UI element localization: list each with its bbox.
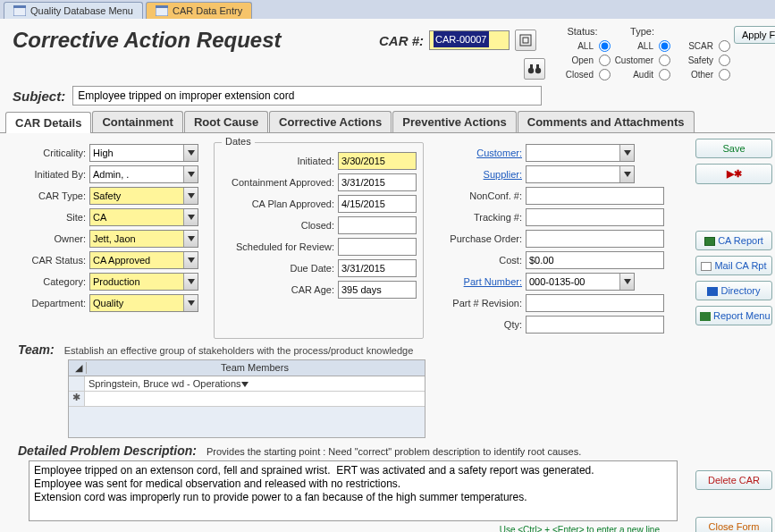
customer-link[interactable]: Customer: [434, 148, 522, 158]
initiated-date-input[interactable] [338, 152, 417, 170]
part-number-link[interactable]: Part Number: [434, 276, 522, 287]
car-number-field[interactable]: CAR-00007 [429, 30, 510, 50]
svg-rect-8 [530, 64, 533, 69]
type-audit-radio[interactable] [659, 69, 670, 80]
status-open-radio[interactable] [599, 55, 611, 66]
tab-car-data-entry[interactable]: CAR Data Entry [146, 2, 252, 19]
ca-report-button[interactable]: CA Report [695, 231, 772, 250]
problem-description-textarea[interactable] [29, 460, 678, 521]
department-select[interactable] [89, 294, 198, 312]
chevron-down-icon[interactable] [183, 209, 198, 225]
qty-input[interactable] [526, 316, 664, 334]
action-sidebar: Save ▶✱ CA Report Mail CA Rpt Directory … [695, 139, 772, 532]
tab-preventive-actions[interactable]: Preventive Actions [392, 111, 517, 132]
chevron-down-icon[interactable] [183, 145, 198, 161]
tab-quality-db-menu[interactable]: Quality Database Menu [4, 2, 143, 19]
initiated-by-select[interactable] [89, 165, 198, 183]
chevron-down-icon[interactable] [619, 274, 634, 290]
type-scar-radio[interactable] [719, 40, 730, 52]
team-hint: Establish an effective group of stakehol… [64, 345, 414, 356]
problem-helper-text: Use <Ctrl> + <Enter> to enter a new line [18, 525, 660, 532]
chevron-down-icon[interactable] [619, 166, 634, 182]
tab-label: CAR Data Entry [173, 5, 242, 16]
header: Corrective Action Request CAR #: CAR-000… [0, 19, 775, 82]
car-type-select[interactable] [89, 187, 198, 205]
save-button[interactable]: Save [695, 139, 772, 158]
chevron-down-icon[interactable] [619, 145, 634, 161]
binoculars-icon[interactable] [524, 58, 545, 80]
expand-icon[interactable] [515, 30, 536, 51]
car-age-field [338, 281, 417, 299]
mail-icon [701, 262, 712, 271]
team-members-header[interactable]: Team Members [87, 362, 423, 374]
tab-comments-attachments[interactable]: Comments and Attachments [518, 111, 695, 132]
tracking-input[interactable] [526, 208, 664, 226]
problem-label: Detailed Problem Description: [18, 443, 197, 458]
problem-hint: Provides the starting point : Need "corr… [206, 446, 581, 457]
page-title: Corrective Action Request [13, 28, 370, 53]
customer-select[interactable] [526, 144, 635, 162]
svg-rect-4 [520, 35, 531, 46]
team-section: Team: Establish an effective group of st… [5, 339, 690, 438]
site-select[interactable] [89, 208, 198, 226]
type-other-radio[interactable] [719, 69, 730, 80]
table-empty-area [69, 407, 425, 437]
criticality-select[interactable] [89, 144, 198, 162]
directory-button[interactable]: Directory [695, 281, 772, 300]
svg-rect-3 [156, 5, 168, 8]
po-input[interactable] [526, 230, 664, 248]
owner-select[interactable] [89, 230, 198, 248]
part-number-select[interactable] [526, 273, 635, 291]
next-record-button[interactable]: ▶✱ [695, 164, 772, 184]
details-column: Criticality: Initiated By: CAR Type: Sit… [5, 139, 206, 339]
car-status-select[interactable] [89, 251, 198, 269]
type-all-radio[interactable] [659, 40, 670, 52]
new-row[interactable]: ✱ [69, 392, 425, 407]
tab-car-details[interactable]: CAR Details [5, 112, 91, 133]
chevron-down-icon[interactable] [183, 166, 198, 182]
chevron-down-icon[interactable] [183, 252, 198, 268]
chevron-down-icon[interactable] [183, 295, 198, 311]
nonconf-input[interactable] [526, 187, 664, 205]
tab-label: Quality Database Menu [30, 5, 133, 16]
table-row[interactable]: Springstein, Bruce wd - Operations [69, 376, 425, 392]
cost-input[interactable] [526, 251, 664, 269]
status-label: Status: [554, 26, 611, 37]
team-table: ◢Team Members Springstein, Bruce wd - Op… [68, 359, 425, 438]
dates-group: Dates Initiated: Containment Approved: C… [214, 142, 424, 339]
mail-ca-report-button[interactable]: Mail CA Rpt [695, 256, 772, 275]
type-safety-radio[interactable] [719, 55, 730, 66]
report-menu-icon [700, 312, 711, 321]
row-selector-header[interactable]: ◢ [71, 362, 87, 374]
tab-corrective-actions[interactable]: Corrective Actions [269, 111, 392, 132]
subject-row: Subject: [0, 82, 775, 111]
chevron-down-icon[interactable] [241, 378, 249, 389]
svg-rect-9 [536, 64, 539, 69]
chevron-down-icon[interactable] [183, 231, 198, 247]
report-menu-button[interactable]: Report Menu [695, 306, 772, 325]
tab-root-cause[interactable]: Root Cause [184, 111, 268, 132]
status-closed-radio[interactable] [599, 69, 611, 80]
type-customer-radio[interactable] [659, 55, 670, 66]
status-all-radio[interactable] [599, 40, 611, 52]
supplier-link[interactable]: Supplier: [434, 169, 522, 180]
close-form-button[interactable]: Close Form [695, 517, 772, 532]
subject-input[interactable] [72, 86, 542, 106]
filter-panel: Status: ALL Open Closed Type: ALL Custom… [554, 26, 775, 80]
apply-filters-button[interactable]: Apply Filters [734, 26, 775, 44]
part-rev-input[interactable] [526, 294, 664, 312]
chevron-down-icon[interactable] [183, 274, 198, 290]
containment-date-input[interactable] [338, 173, 417, 191]
window-tab-bar: Quality Database Menu CAR Data Entry [0, 0, 775, 19]
ca-plan-date-input[interactable] [338, 195, 417, 213]
category-select[interactable] [89, 273, 198, 291]
delete-car-button[interactable]: Delete CAR [695, 470, 772, 490]
car-number-label: CAR #: [379, 33, 424, 48]
scheduled-review-input[interactable] [338, 238, 417, 256]
closed-date-input[interactable] [338, 216, 417, 234]
new-record-icon: ✱ [69, 392, 85, 406]
due-date-input[interactable] [338, 259, 417, 277]
chevron-down-icon[interactable] [183, 188, 198, 204]
supplier-select[interactable] [526, 165, 635, 183]
tab-containment[interactable]: Containment [92, 111, 182, 132]
